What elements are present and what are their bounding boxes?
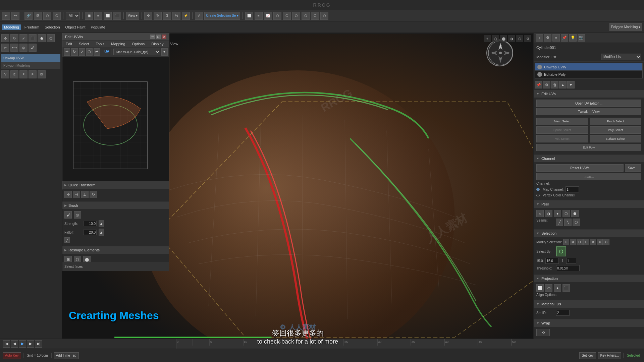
seams-btn1[interactable]: ╱ bbox=[556, 219, 563, 226]
mod-unwrap-uvw[interactable]: Unwrap UVW bbox=[535, 63, 642, 71]
rp-pin-btn[interactable]: 📌 bbox=[561, 34, 568, 42]
loop-tool-btn[interactable]: ⬡ bbox=[47, 34, 55, 42]
vertex-color-radio[interactable] bbox=[536, 194, 540, 197]
peel-icon2[interactable]: ◑ bbox=[545, 210, 552, 217]
uvw-menu-options[interactable]: Options bbox=[130, 41, 147, 47]
brush-custom-btn[interactable]: ╱ bbox=[64, 237, 70, 243]
mod-settings-btn[interactable]: ⚙ bbox=[543, 81, 550, 88]
rotate-tool-btn[interactable]: ↻ bbox=[10, 34, 18, 42]
mesh-select-btn[interactable]: Mesh Select bbox=[536, 118, 588, 125]
uvw-map-dropdown[interactable]: Map #4 (LP...Color_tga) bbox=[113, 49, 160, 55]
brush-falloff-input[interactable] bbox=[83, 230, 97, 235]
proj-planar-btn[interactable]: ⬜ bbox=[536, 284, 544, 292]
poly-select-btn[interactable]: Poly Select bbox=[590, 126, 642, 134]
reshape-header[interactable]: Reshape Elements bbox=[62, 246, 169, 254]
unwrap-uvw-tab[interactable]: Unwrap UVW bbox=[1, 54, 60, 62]
vp-wire-btn[interactable]: ⬡ bbox=[516, 35, 523, 42]
map-channel-input[interactable] bbox=[566, 186, 579, 192]
redo-button[interactable]: ↪ bbox=[11, 12, 19, 20]
uvw-freeform-btn[interactable]: ⬡ bbox=[86, 48, 93, 56]
reshape-align-btn[interactable]: ⊞ bbox=[64, 256, 72, 262]
mod-sel-btn4[interactable]: ⊟ bbox=[583, 239, 589, 245]
window-crossing-btn[interactable]: ⬛ bbox=[113, 12, 121, 20]
align-btn[interactable]: ⬜ bbox=[245, 12, 253, 20]
uvw-minimize-btn[interactable]: ─ bbox=[150, 35, 155, 39]
bind-button[interactable]: ⬡ bbox=[43, 12, 51, 20]
vp-settings-btn[interactable]: ⚙ bbox=[524, 35, 531, 42]
material-editor-btn[interactable]: ⬡ bbox=[283, 12, 291, 20]
select-move-btn[interactable]: ✛ bbox=[144, 12, 152, 20]
mod-up-btn[interactable]: ▲ bbox=[559, 81, 567, 88]
select-scale-btn[interactable]: 3 bbox=[163, 12, 171, 20]
chamfer-tool-btn[interactable]: ⬟ bbox=[38, 34, 46, 42]
map-channel-radio[interactable] bbox=[536, 188, 540, 191]
play-btn[interactable]: ▶ bbox=[19, 340, 26, 348]
connect-tool-btn[interactable]: ⟷ bbox=[10, 44, 18, 52]
view-dropdown-btn[interactable]: View ▾ bbox=[126, 12, 139, 20]
channel-header[interactable]: Channel bbox=[534, 155, 644, 162]
peel-icon1[interactable]: ○ bbox=[536, 210, 544, 217]
compass-circle[interactable]: Y Y X X bbox=[486, 40, 513, 66]
qt-moveh-btn[interactable]: ⊣ bbox=[73, 191, 80, 198]
wrap-arrow-btn[interactable]: ⟲ bbox=[536, 329, 550, 336]
scale-tool-btn[interactable]: ⤢ bbox=[19, 34, 28, 42]
mod-pin-btn[interactable]: 📌 bbox=[535, 81, 542, 88]
tweak-in-view-btn[interactable]: Tweak In View bbox=[536, 108, 641, 115]
reshape-normalize-btn[interactable]: ⬤ bbox=[83, 256, 91, 262]
vp-ui-btn[interactable]: ⬡ bbox=[492, 35, 499, 42]
mod-sel-btn5[interactable]: ⊗ bbox=[590, 239, 596, 245]
brush-header[interactable]: Brush bbox=[62, 202, 169, 209]
uvw-menu-tools[interactable]: Tools bbox=[94, 41, 107, 47]
tab-populate[interactable]: Populate bbox=[89, 24, 107, 30]
vol-select-btn[interactable]: Vol. Select bbox=[536, 135, 588, 142]
threshold-input2[interactable] bbox=[566, 258, 576, 264]
vert-btn[interactable]: V bbox=[1, 70, 9, 78]
cut-tool-btn[interactable]: ✂ bbox=[1, 44, 9, 52]
set-id-input[interactable] bbox=[556, 310, 570, 316]
curve-editor-btn[interactable]: 📈 bbox=[264, 12, 272, 20]
uvw-menu-select[interactable]: Select bbox=[77, 41, 91, 47]
mod-eye-editable[interactable] bbox=[537, 72, 542, 77]
uvw-maximize-btn[interactable]: □ bbox=[156, 35, 161, 39]
uvw-menu-mapping[interactable]: Mapping bbox=[109, 41, 127, 47]
edit-poly-btn[interactable]: Edit Poly bbox=[536, 144, 641, 151]
go-start-btn[interactable]: |◀ bbox=[3, 340, 10, 348]
mod-delete-btn[interactable]: 🗑 bbox=[551, 81, 558, 88]
select-object-btn[interactable]: ▣ bbox=[85, 12, 93, 20]
array-btn[interactable]: Create Selection Se ▾ bbox=[204, 12, 240, 20]
projection-header[interactable]: Projection bbox=[534, 275, 644, 282]
vp-render-btn[interactable]: ⬤ bbox=[500, 35, 507, 42]
peel-icon4[interactable]: ⬡ bbox=[562, 210, 570, 217]
tab-modeling[interactable]: Modeling bbox=[2, 24, 21, 30]
rp-settings-btn[interactable]: ⚙ bbox=[544, 34, 551, 42]
next-frame-btn[interactable]: ▶ bbox=[27, 340, 34, 348]
auto-key-btn[interactable]: Auto Key bbox=[3, 352, 21, 359]
seams-btn2[interactable]: ╲ bbox=[564, 219, 572, 226]
open-uv-editor-btn[interactable]: Open UV Editor ... bbox=[536, 100, 641, 107]
brush-falloff-spinner[interactable]: ▲ bbox=[99, 229, 104, 236]
uvw-map-options-btn[interactable]: ▾ bbox=[161, 48, 168, 56]
peel-icon5[interactable]: ⬢ bbox=[571, 210, 579, 217]
paint-deform-btn[interactable]: 🖌 bbox=[29, 44, 37, 52]
percent-btn[interactable]: % bbox=[172, 12, 180, 20]
select-by-name-btn[interactable]: ≡ bbox=[94, 12, 102, 20]
uvw-mirror-btn[interactable]: ⇌ bbox=[94, 48, 100, 56]
vp-shade-btn[interactable]: ◑ bbox=[508, 35, 515, 42]
mod-sel-btn2[interactable]: ⊠ bbox=[570, 239, 576, 245]
schematic-btn[interactable]: ⬡ bbox=[273, 12, 281, 20]
set-key-btn[interactable]: Set Key bbox=[579, 352, 596, 359]
edit-uvs-header[interactable]: Edit UVs bbox=[534, 90, 644, 98]
uvw-rotate-btn[interactable]: ↻ bbox=[71, 48, 77, 56]
poly-btn[interactable]: P bbox=[29, 70, 37, 78]
tab-selection[interactable]: Selection bbox=[43, 24, 62, 30]
uvw-panel-titlebar[interactable]: Edit UVWs ─ □ ✕ bbox=[62, 33, 169, 41]
qt-movev-btn[interactable]: ⊥ bbox=[81, 191, 89, 198]
peel-header[interactable]: Peel bbox=[534, 200, 644, 208]
reset-uvws-btn[interactable]: Reset UVWs bbox=[536, 164, 624, 172]
proj-box-btn[interactable]: ⬛ bbox=[562, 284, 570, 292]
select-rotate-btn[interactable]: ↻ bbox=[154, 12, 162, 20]
elem-btn[interactable]: El bbox=[38, 70, 46, 78]
rp-light-btn[interactable]: 💡 bbox=[569, 34, 577, 42]
vp-add-btn[interactable]: + bbox=[484, 35, 491, 42]
add-time-tag-btn[interactable]: Add Time Tag bbox=[54, 352, 79, 359]
